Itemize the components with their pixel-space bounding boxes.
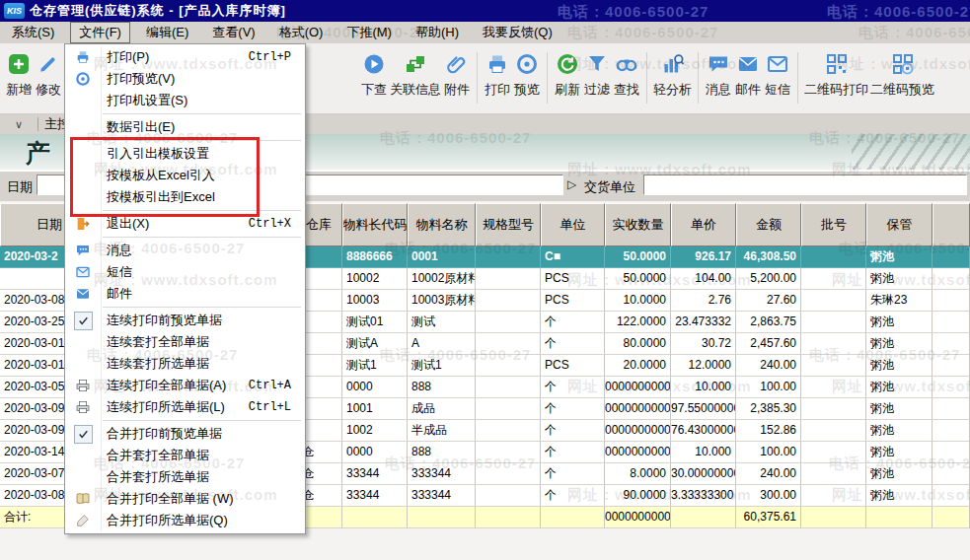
file-menu-item[interactable]: 连续打印前预览单据	[65, 310, 305, 331]
chevron-down-icon[interactable]: ∨	[6, 116, 32, 132]
toolbar-button-related-info[interactable]: 关联信息	[390, 50, 441, 99]
menubar-item[interactable]: 格式(O)	[271, 23, 332, 42]
toolbar-button-mail[interactable]: 邮件	[734, 50, 762, 99]
cell-code: 1002	[342, 420, 408, 442]
column-header-name[interactable]: 物料名称	[408, 203, 476, 246]
cell-name: 半成品	[408, 420, 476, 442]
file-menu-item[interactable]: 打印(P)Ctrl+P	[65, 46, 305, 68]
red-highlight-box	[70, 137, 260, 217]
toolbar-button-label: 新增	[6, 81, 32, 99]
file-menu-item[interactable]: 数据引出(E)	[65, 116, 305, 138]
file-menu-item[interactable]: 打印机设置(S)	[65, 90, 305, 111]
column-header-batch[interactable]: 批号	[801, 203, 866, 246]
cell-spec	[476, 463, 541, 485]
column-header-keeper[interactable]: 保管	[866, 203, 933, 246]
toolbar-button-add[interactable]: 新增	[5, 50, 33, 99]
file-menu-item[interactable]: 合并套打所选单据	[65, 466, 305, 488]
menu-item-label: 合并套打所选单据	[101, 468, 305, 486]
cell-keeper: 粥池	[866, 485, 933, 507]
column-header-code[interactable]: 物料长代码	[342, 203, 408, 246]
cell-unit: 个	[541, 485, 605, 507]
cell-unit: 个	[541, 377, 605, 398]
file-menu-item[interactable]: 合并打印所选单据(Q)	[65, 510, 305, 531]
toolbar-button-label: 附件	[444, 81, 470, 99]
file-menu-item[interactable]: 合并套打全部单据	[65, 445, 305, 466]
toolbar-button-down-search[interactable]: 下查	[360, 50, 388, 99]
file-menu-item[interactable]: 打印预览(V)	[65, 68, 305, 90]
cell-spec	[476, 485, 541, 507]
menu-item-label: 合并套打全部单据	[101, 447, 305, 464]
column-header-extra[interactable]	[933, 203, 970, 246]
toolbar-button-attachment[interactable]: 附件	[443, 50, 471, 99]
cell-spec	[476, 312, 541, 333]
column-header-unit[interactable]: 单位	[541, 203, 605, 246]
qr-print-icon	[823, 50, 851, 78]
menubar-item[interactable]: 查看(V)	[204, 23, 262, 42]
file-menu-item[interactable]: 连续套打所选单据	[65, 353, 305, 375]
menubar-item[interactable]: 下推(M)	[338, 23, 400, 42]
cell-keeper: 粥池	[866, 333, 933, 355]
toolbar-button-print[interactable]: 打印	[484, 50, 511, 99]
file-menu-item[interactable]: 连续套打全部单据	[65, 331, 305, 353]
file-menu-item[interactable]: 连续打印全部单据(A)Ctrl+A	[65, 375, 305, 396]
column-header-amount[interactable]: 金额	[736, 203, 801, 246]
delivery-unit-input[interactable]	[643, 175, 967, 195]
cell-keeper: 粥池	[866, 463, 933, 485]
menubar-item[interactable]: 帮助(H)	[408, 23, 467, 42]
expand-arrow-icon[interactable]: ▷	[567, 177, 576, 191]
cell-spec	[476, 290, 541, 312]
total-cell-unit	[541, 507, 605, 528]
menubar-item[interactable]: 我要反馈(Q)	[475, 23, 560, 42]
toolbar-button-qr-preview[interactable]: 二维码预览	[870, 50, 934, 99]
toolbar-button-refresh[interactable]: 刷新	[554, 50, 581, 99]
cell-extra	[933, 290, 970, 312]
cell-name: 888	[408, 377, 476, 398]
file-menu-item[interactable]: 合并打印前预览单据	[65, 423, 305, 445]
menubar-item[interactable]: 系统(S)	[4, 23, 62, 42]
menu-mail-icon	[65, 286, 101, 302]
file-menu-item[interactable]: 短信	[65, 261, 305, 283]
toolbar-button-label: 修改	[36, 81, 61, 99]
file-menu-item[interactable]: 合并打印全部单据 (W)	[65, 488, 305, 510]
toolbar-button-filter[interactable]: 过滤	[583, 50, 611, 99]
menubar-item[interactable]: 编辑(E)	[138, 23, 196, 42]
window-title: 仓存管理(供应链)系统 - [产品入库序时簿]	[30, 2, 286, 20]
preview-icon	[513, 50, 541, 78]
toolbar-button-message[interactable]: 消息	[705, 50, 732, 99]
toolbar-button-analysis[interactable]: 轻分析	[653, 50, 692, 99]
filter-icon	[583, 50, 611, 78]
cell-extra	[933, 463, 970, 485]
toolbar-button-sms[interactable]: 短信	[764, 50, 791, 99]
edit-icon	[35, 50, 62, 78]
file-menu-item[interactable]: 连续打印所选单据(L)Ctrl+L	[65, 396, 305, 418]
cell-batch	[801, 246, 866, 268]
cell-keeper: 粥池	[866, 420, 933, 442]
nav-separator	[37, 117, 38, 131]
cell-amount: 300.00	[736, 485, 801, 507]
toolbar-button-edit[interactable]: 修改	[35, 50, 62, 99]
column-header-qty[interactable]: 实收数量	[605, 203, 671, 246]
toolbar-button-find[interactable]: 查找	[613, 50, 640, 99]
column-header-spec[interactable]: 规格型号	[476, 203, 541, 246]
cell-price: 926.17	[671, 246, 736, 268]
cell-spec	[476, 246, 541, 268]
cell-name: 测试1	[408, 355, 476, 377]
toolbar-button-label: 过滤	[584, 81, 610, 99]
cell-batch	[801, 398, 866, 420]
toolbar-button-preview[interactable]: 预览	[513, 50, 541, 99]
toolbar-button-qr-print[interactable]: 二维码打印	[804, 50, 868, 99]
menu-print-icon	[65, 49, 101, 65]
menu-bar: 系统(S)文件(F)编辑(E)查看(V)格式(O)下推(M)帮助(H)我要反馈(…	[0, 22, 970, 43]
menu-separator	[103, 113, 301, 114]
cell-batch	[801, 377, 866, 398]
related-info-icon	[402, 50, 429, 78]
cell-name: 333344	[408, 463, 476, 485]
column-header-price[interactable]: 单价	[671, 203, 736, 246]
cell-extra	[933, 268, 970, 290]
cell-price: 10.000	[671, 377, 736, 398]
title-bar: KIS 仓存管理(供应链)系统 - [产品入库序时簿]	[0, 0, 970, 22]
file-menu-item[interactable]: 邮件	[65, 283, 305, 305]
menu-item-label: 合并打印前预览单据	[101, 425, 305, 443]
file-menu-item[interactable]: 消息	[65, 240, 305, 261]
menubar-item[interactable]: 文件(F)	[70, 22, 130, 43]
